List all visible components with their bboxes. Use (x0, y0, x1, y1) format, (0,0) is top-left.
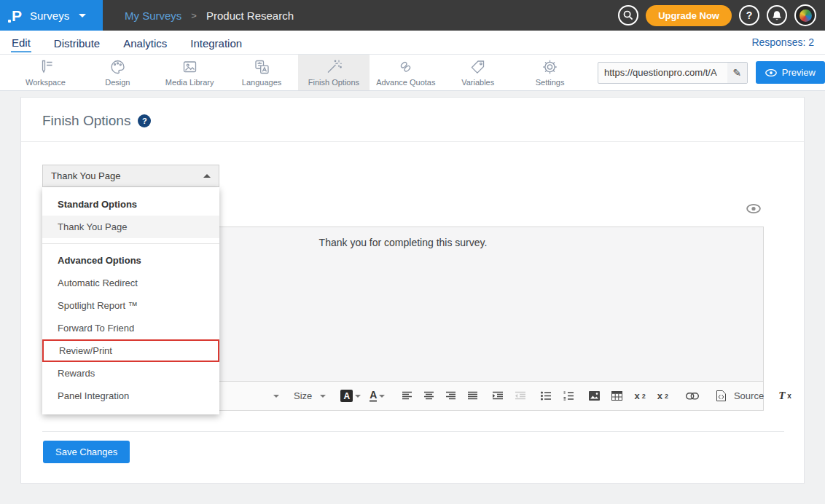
option-panel-integration[interactable]: Panel Integration (42, 385, 219, 407)
insert-image-icon (589, 391, 600, 401)
outdent-icon (515, 391, 526, 401)
responses-count[interactable]: Responses: 2 (751, 36, 814, 48)
indent-button[interactable] (493, 391, 504, 401)
align-center-icon (424, 391, 434, 401)
option-spotlight-report[interactable]: Spotlight Report ™ (42, 294, 219, 317)
account-avatar[interactable] (794, 4, 816, 26)
source-button[interactable]: Source (716, 390, 764, 401)
insert-image-button[interactable] (589, 391, 600, 401)
outdent-button[interactable] (515, 391, 526, 401)
option-review-print[interactable]: Review/Print (42, 339, 219, 362)
preview-toggle-button[interactable] (746, 204, 761, 213)
survey-section-tabs: Edit Distribute Analytics Integration Re… (0, 31, 825, 55)
breadcrumb-current-survey: Product Research (206, 9, 294, 22)
align-right-button[interactable] (446, 391, 456, 401)
tool-design[interactable]: Design (82, 55, 154, 90)
questionpro-logo: P (12, 8, 22, 23)
subscript-button[interactable]: x2 (634, 390, 645, 401)
tool-variables[interactable]: Variables (442, 55, 514, 90)
top-navbar: P Surveys My Surveys > Product Research … (0, 0, 825, 31)
chevron-down-icon (379, 395, 385, 398)
bulleted-list-button[interactable] (541, 391, 552, 401)
chevron-down-icon (320, 395, 326, 398)
help-badge[interactable]: ? (138, 114, 151, 127)
font-dropdown[interactable] (273, 395, 279, 398)
survey-url-field[interactable]: https://questionpro.com/t/A ✎ (598, 62, 748, 84)
tool-media-library[interactable]: Media Library (154, 55, 226, 90)
help-button[interactable]: ? (739, 5, 759, 25)
tool-languages[interactable]: Languages (226, 55, 298, 90)
numbered-list-icon (563, 391, 574, 401)
breadcrumb-separator: > (191, 10, 197, 21)
avatar-logo-icon (799, 9, 812, 22)
edit-url-button[interactable]: ✎ (727, 63, 747, 83)
link-button[interactable] (686, 393, 699, 400)
option-automatic-redirect[interactable]: Automatic Redirect (42, 272, 219, 294)
tool-workspace[interactable]: Workspace (9, 55, 82, 90)
notifications-button[interactable] (767, 5, 787, 25)
tool-finish-options[interactable]: Finish Options (298, 55, 370, 90)
option-rewards[interactable]: Rewards (42, 362, 219, 385)
chevron-down-icon (79, 14, 86, 17)
size-dropdown[interactable]: Size (294, 390, 326, 401)
text-color-icon: A (370, 390, 377, 402)
save-changes-button[interactable]: Save Changes (43, 441, 130, 463)
card-title-row: Finish Options ? (42, 113, 151, 129)
tag-icon (469, 58, 487, 76)
pencil-icon: ✎ (732, 67, 741, 79)
insert-table-button[interactable] (611, 391, 622, 401)
finish-type-select[interactable]: Thank You Page (42, 165, 219, 187)
insert-table-icon (611, 391, 622, 401)
align-left-button[interactable] (402, 391, 412, 401)
search-icon (623, 10, 633, 20)
app-menu-label: Surveys (30, 9, 69, 22)
link-icon (686, 393, 699, 400)
page-title: Finish Options (42, 113, 130, 129)
breadcrumb-my-surveys[interactable]: My Surveys (125, 9, 181, 22)
survey-url-value[interactable]: https://questionpro.com/t/A (598, 63, 727, 83)
tab-analytics[interactable]: Analytics (122, 34, 168, 52)
surveys-app-menu[interactable]: P Surveys (0, 0, 103, 31)
search-button[interactable] (618, 5, 638, 25)
translate-icon (253, 58, 271, 76)
upgrade-now-button[interactable]: Upgrade Now (646, 5, 732, 26)
bulleted-list-icon (541, 391, 552, 401)
pen-lines-icon (36, 58, 55, 76)
chevron-down-icon (273, 395, 279, 398)
palette-icon (109, 58, 127, 76)
thank-you-message: Thank you for completing this survey. (319, 237, 488, 248)
chain-links-icon (396, 58, 415, 76)
text-color-button[interactable]: A (370, 390, 385, 402)
background-color-button[interactable]: A (340, 390, 361, 402)
remove-format-button[interactable]: Tx (778, 390, 791, 402)
bg-color-icon: A (340, 390, 353, 402)
image-icon (181, 58, 199, 76)
option-thank-you-page[interactable]: Thank You Page (42, 216, 219, 238)
tool-settings[interactable]: Settings (514, 55, 586, 90)
tab-edit[interactable]: Edit (11, 33, 31, 52)
align-center-button[interactable] (424, 391, 434, 401)
tab-distribute[interactable]: Distribute (53, 34, 101, 52)
justify-button[interactable] (468, 391, 478, 401)
superscript-button[interactable]: x2 (657, 390, 668, 401)
numbered-list-button[interactable] (563, 391, 574, 401)
breadcrumb: My Surveys > Product Research (125, 9, 294, 22)
logo-dot (8, 20, 11, 23)
justify-icon (468, 391, 478, 401)
indent-icon (493, 391, 504, 401)
finish-type-selected-value: Thank You Page (51, 170, 120, 181)
tab-integration[interactable]: Integration (189, 34, 243, 52)
magic-wand-icon (324, 58, 343, 76)
bell-icon (772, 10, 782, 21)
preview-button[interactable]: Preview (756, 61, 825, 84)
edit-toolbar: Workspace Design Media Library Languages… (0, 55, 825, 91)
tool-advance-quotas[interactable]: Advance Quotas (370, 55, 442, 90)
group-header-standard-options: Standard Options (42, 193, 219, 216)
topbar-actions: Upgrade Now ? (618, 4, 825, 26)
chevron-down-icon (355, 395, 361, 398)
gear-icon (541, 58, 559, 76)
question-mark-icon: ? (746, 9, 753, 21)
source-file-icon (716, 390, 726, 401)
option-forward-to-friend[interactable]: Forward To Friend (42, 317, 219, 339)
save-section-divider (42, 431, 784, 432)
